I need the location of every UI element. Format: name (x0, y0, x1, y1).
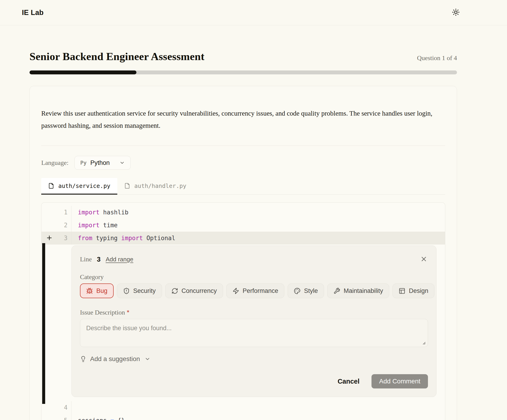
category-chip-label: Maintainability (344, 287, 383, 295)
bug-icon (86, 288, 93, 294)
lightbulb-icon (80, 356, 86, 362)
category-chip-label: Concurrency (182, 287, 217, 295)
category-chip-maintainability[interactable]: Maintainability (327, 283, 389, 298)
file-icon (124, 183, 130, 189)
tab-label: auth/handler.py (134, 183, 186, 189)
code-line-3[interactable]: 3from typing import Optional (42, 232, 445, 245)
category-chip-concurrency[interactable]: Concurrency (165, 283, 223, 298)
code-text: import time (71, 219, 118, 232)
add-suggestion-label: Add a suggestion (90, 355, 140, 363)
language-select[interactable]: Py Python (74, 156, 131, 170)
category-chip-performance[interactable]: Performance (226, 283, 285, 298)
category-chip-label: Security (133, 287, 156, 295)
line-number: 1 (64, 209, 68, 216)
file-tabs: auth/service.py auth/handler.py (41, 178, 445, 195)
layout-icon (399, 288, 405, 294)
python-badge: Py (80, 160, 87, 166)
gutter: 5 (42, 414, 71, 420)
code-text: from typing import Optional (71, 232, 175, 245)
gutter: 3 (42, 232, 71, 245)
language-selected-value: Python (90, 159, 110, 166)
shield-alert-icon (123, 288, 130, 294)
category-chip-design[interactable]: Design (393, 283, 434, 298)
gutter: 2 (42, 219, 71, 232)
question-card: Review this user authentication service … (29, 86, 457, 420)
line-number: 5 (64, 417, 68, 420)
page-title: Senior Backend Engineer Assessment (29, 50, 204, 63)
category-chip-group: BugSecurityConcurrencyPerformanceStyleMa… (80, 283, 428, 298)
question-counter: Question 1 of 4 (417, 54, 457, 62)
chevron-down-icon (119, 160, 125, 165)
add-range-link[interactable]: Add range (106, 256, 133, 263)
plus-icon (46, 234, 53, 241)
category-chip-label: Design (409, 287, 428, 295)
required-marker: * (127, 309, 129, 316)
category-label: Category (80, 273, 428, 281)
theme-toggle-button[interactable] (451, 8, 460, 17)
file-icon (48, 183, 54, 189)
palette-icon (294, 288, 301, 294)
tab-auth-handler[interactable]: auth/handler.py (117, 178, 193, 195)
sync-icon (171, 288, 178, 294)
code-line-4[interactable]: 4 (42, 401, 445, 414)
tab-auth-service[interactable]: auth/service.py (41, 178, 117, 195)
category-chip-label: Style (304, 287, 318, 295)
add-comment-line-button[interactable] (45, 234, 53, 242)
category-chip-label: Performance (243, 287, 278, 295)
assessment-page: Senior Backend Engineer Assessment Quest… (29, 50, 457, 420)
comment-form: Line 3 Add range Category BugSecurityCon… (71, 245, 437, 397)
line-number: 2 (64, 222, 68, 229)
wrench-icon (333, 288, 340, 294)
close-comment-button[interactable] (420, 255, 428, 263)
code-line-1[interactable]: 1import hashlib (42, 206, 445, 219)
code-text (71, 401, 78, 414)
sun-icon (452, 8, 460, 16)
code-line-2[interactable]: 2import time (42, 219, 445, 232)
category-chip-label: Bug (96, 287, 107, 295)
comment-anchor-bar (42, 243, 45, 404)
progress-bar (29, 70, 457, 74)
category-chip-security[interactable]: Security (117, 283, 162, 298)
app-header: IE Lab (0, 0, 507, 25)
comment-thread: Line 3 Add range Category BugSecurityCon… (42, 245, 437, 397)
cancel-button[interactable]: Cancel (336, 377, 361, 386)
comment-line-number: 3 (97, 255, 100, 263)
code-lines-before-comment: 1import hashlib2import time3from typing … (42, 206, 445, 245)
language-label: Language: (41, 159, 69, 166)
line-number: 3 (64, 235, 68, 241)
gutter: 4 (42, 401, 71, 414)
brand-logo: IE Lab (22, 8, 43, 17)
issue-description-label: Issue Description* (80, 309, 428, 316)
code-text: import hashlib (71, 206, 128, 219)
add-suggestion-toggle[interactable]: Add a suggestion (80, 355, 150, 363)
code-line-5[interactable]: 5sessions = {} (42, 414, 445, 420)
chevron-down-icon (144, 356, 150, 362)
code-lines-after-comment: 45sessions = {} (42, 401, 445, 420)
resize-handle-icon[interactable] (421, 340, 426, 345)
code-editor: 1import hashlib2import time3from typing … (41, 202, 445, 420)
code-text: sessions = {} (71, 414, 125, 420)
close-icon (420, 255, 428, 263)
lightning-icon (232, 288, 239, 294)
issue-description-input[interactable] (80, 319, 428, 347)
line-number: 4 (64, 404, 68, 411)
question-prompt: Review this user authentication service … (41, 86, 433, 132)
divider (41, 145, 445, 146)
category-chip-bug[interactable]: Bug (80, 283, 114, 298)
gutter: 1 (42, 206, 71, 219)
add-comment-button[interactable]: Add Comment (372, 374, 428, 388)
tab-label: auth/service.py (58, 183, 110, 189)
progress-fill (29, 70, 136, 74)
line-label: Line (80, 255, 92, 263)
category-chip-style[interactable]: Style (288, 283, 324, 298)
